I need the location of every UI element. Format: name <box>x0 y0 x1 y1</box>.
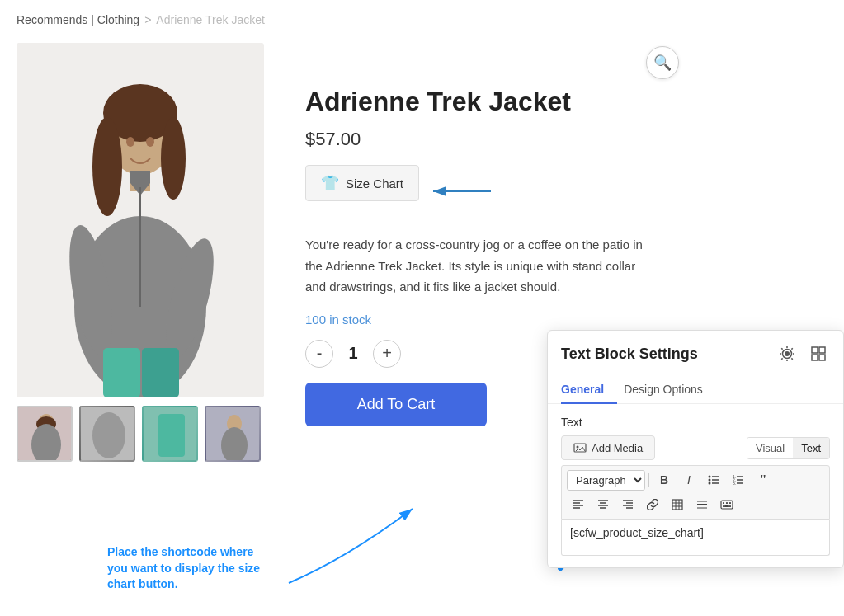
main-product-image <box>17 43 264 397</box>
thumbnail-list <box>17 406 281 462</box>
visual-tab[interactable]: Visual <box>747 438 793 458</box>
svg-rect-34 <box>819 355 825 360</box>
product-image-svg <box>17 43 264 397</box>
link-button[interactable] <box>641 494 664 515</box>
tab-general[interactable]: General <box>561 374 617 404</box>
svg-point-39 <box>709 479 711 482</box>
align-right-button[interactable] <box>616 494 639 515</box>
breadcrumb-link[interactable]: Recommends | Clothing <box>17 13 139 26</box>
svg-point-37 <box>709 476 711 478</box>
keyboard-button[interactable] <box>715 494 738 515</box>
panel-header: Text Block Settings <box>548 331 843 374</box>
shirt-icon: 👕 <box>321 174 339 192</box>
svg-point-20 <box>92 412 125 458</box>
add-media-label: Add Media <box>592 442 643 454</box>
stock-info: 100 in stock <box>305 313 827 327</box>
editor-content-area[interactable]: [scfw_product_size_chart] <box>561 520 830 556</box>
product-description: You're ready for a cross-country jog or … <box>305 234 652 298</box>
svg-rect-74 <box>724 505 729 507</box>
quantity-minus-button[interactable]: - <box>305 340 333 368</box>
panel-title: Text Block Settings <box>561 346 698 363</box>
horizontal-rule-button[interactable] <box>691 494 714 515</box>
curved-annotation-arrow <box>281 492 446 591</box>
svg-point-36 <box>577 446 579 449</box>
toolbar-divider-1 <box>648 473 649 487</box>
svg-rect-72 <box>729 502 731 504</box>
bold-button[interactable]: B <box>653 469 676 491</box>
breadcrumb-separator: > <box>144 13 151 26</box>
size-chart-label: Size Chart <box>346 176 403 190</box>
table-button[interactable] <box>666 494 689 515</box>
svg-rect-10 <box>103 348 140 397</box>
quantity-value: 1 <box>345 344 361 363</box>
paragraph-select[interactable]: Paragraph <box>567 470 645 491</box>
svg-point-13 <box>146 137 154 147</box>
size-chart-button[interactable]: 👕 Size Chart <box>305 165 419 201</box>
svg-rect-70 <box>723 502 724 504</box>
editor-toolbar-top: Add Media Visual Text <box>561 435 830 460</box>
svg-rect-73 <box>723 505 724 507</box>
text-field-label: Text <box>561 416 830 429</box>
panel-tabs: General Design Options <box>548 374 843 404</box>
svg-point-5 <box>161 117 186 200</box>
svg-point-25 <box>221 427 248 462</box>
italic-button[interactable]: I <box>677 469 700 491</box>
settings-panel: Text Block Settings <box>547 330 844 568</box>
svg-rect-71 <box>726 502 728 504</box>
toolbar-row-1: Paragraph B I <box>567 469 824 491</box>
svg-text:3.: 3. <box>733 481 736 486</box>
svg-rect-61 <box>672 500 682 510</box>
svg-point-4 <box>92 117 122 216</box>
thumbnail-1[interactable] <box>17 406 73 462</box>
add-media-icon <box>573 441 587 454</box>
search-icon-btn[interactable]: 🔍 <box>646 46 679 79</box>
svg-rect-69 <box>721 501 733 509</box>
align-center-button[interactable] <box>592 494 615 515</box>
thumbnail-2[interactable] <box>79 406 135 462</box>
svg-rect-32 <box>819 347 825 353</box>
shortcode-text: [scfw_product_size_chart] <box>570 526 704 539</box>
toolbar-row-2 <box>567 494 824 515</box>
svg-rect-33 <box>812 355 818 360</box>
arrow-to-size-chart <box>429 179 495 204</box>
view-tabs: Visual Text <box>747 437 830 459</box>
settings-gear-icon[interactable] <box>776 342 799 365</box>
svg-rect-75 <box>729 505 731 507</box>
svg-point-41 <box>709 482 711 485</box>
add-to-cart-button[interactable]: Add To Cart <box>305 383 487 426</box>
breadcrumb-current: Adrienne Trek Jacket <box>156 13 265 26</box>
add-media-button[interactable]: Add Media <box>561 435 655 460</box>
panel-icon-row <box>776 342 830 365</box>
panel-body: Text Add Media Visual Text <box>548 404 843 567</box>
expand-icon[interactable] <box>807 342 830 365</box>
product-price: $57.00 <box>305 129 827 150</box>
tab-design-options[interactable]: Design Options <box>624 374 716 404</box>
breadcrumb: Recommends | Clothing > Adrienne Trek Ja… <box>0 0 844 35</box>
unordered-list-button[interactable] <box>702 469 725 491</box>
svg-rect-31 <box>812 347 818 353</box>
thumbnail-3[interactable] <box>142 406 198 462</box>
annotation-container: Place the shortcode where you want to di… <box>107 544 272 593</box>
text-tab[interactable]: Text <box>793 438 829 458</box>
svg-rect-11 <box>142 348 179 397</box>
page-wrapper: Recommends | Clothing > Adrienne Trek Ja… <box>0 0 844 616</box>
ordered-list-button[interactable]: 1. 2. 3. <box>727 469 750 491</box>
svg-point-29 <box>785 351 790 356</box>
blockquote-button[interactable]: " <box>752 469 775 491</box>
align-left-button[interactable] <box>567 494 590 515</box>
product-gallery <box>17 43 281 462</box>
editor-toolbar: Paragraph B I <box>561 465 830 520</box>
svg-point-12 <box>126 137 134 147</box>
product-title: Adrienne Trek Jacket <box>305 86 827 117</box>
quantity-plus-button[interactable]: + <box>373 340 401 368</box>
annotation-text: Place the shortcode where you want to di… <box>107 544 272 593</box>
svg-rect-22 <box>158 414 185 457</box>
thumbnail-4[interactable] <box>205 406 261 462</box>
